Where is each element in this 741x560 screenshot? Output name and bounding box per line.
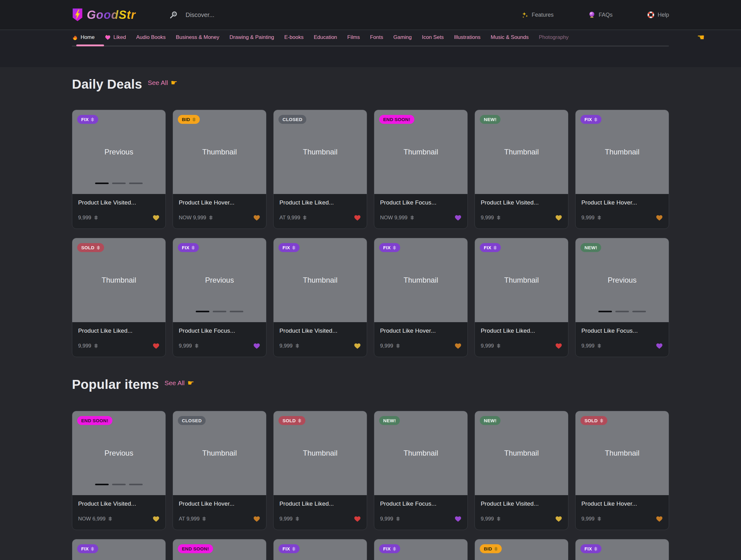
nav-item-e-books[interactable]: E-books bbox=[284, 34, 304, 41]
nav-item-audio-books[interactable]: Audio Books bbox=[136, 34, 165, 41]
product-card[interactable]: NEW! Thumbnail Product Like Focus... 9,9… bbox=[374, 411, 468, 530]
product-card[interactable]: FIX Thumbnail Product Like Hover... 9,99… bbox=[374, 238, 468, 357]
nav-item-icon-sets[interactable]: Icon Sets bbox=[422, 34, 444, 41]
search-field[interactable] bbox=[169, 11, 278, 19]
heart-like-icon[interactable] bbox=[354, 343, 361, 349]
nav-item-drawing-painting[interactable]: Drawing & Painting bbox=[229, 34, 274, 41]
product-price-text: NOW 6,999 bbox=[78, 516, 106, 522]
nav-item-education[interactable]: Education bbox=[314, 34, 337, 41]
product-card[interactable]: END SOON! Thumbnail Product Like Focus..… bbox=[374, 110, 468, 229]
nav-item-music-sounds[interactable]: Music & Sounds bbox=[491, 34, 529, 41]
product-card[interactable]: SOLD Thumbnail Product Like Liked... 9,9… bbox=[72, 238, 166, 357]
product-card[interactable]: FIX bbox=[273, 539, 367, 560]
heart-like-icon[interactable] bbox=[253, 343, 260, 349]
see-all-link[interactable]: See All ☛ bbox=[148, 78, 177, 87]
product-card[interactable]: FIX Thumbnail Product Like Hover... 9,99… bbox=[575, 110, 669, 229]
carousel-dash[interactable] bbox=[213, 311, 226, 312]
product-card[interactable]: BID Thumbnail Product Like Hover... NOW … bbox=[173, 110, 266, 229]
product-card[interactable]: BID bbox=[475, 539, 568, 560]
heart-like-icon[interactable] bbox=[152, 343, 160, 349]
heart-like-icon[interactable] bbox=[253, 214, 260, 221]
carousel-dash[interactable] bbox=[196, 311, 209, 312]
point-left-icon[interactable]: ☚ bbox=[697, 33, 704, 42]
product-card[interactable]: FIX Previous Product Like Focus... 9,999 bbox=[173, 238, 266, 357]
status-badge: SOLD bbox=[278, 416, 306, 425]
nav-item-liked[interactable]: Liked bbox=[105, 34, 126, 41]
heart-like-icon[interactable] bbox=[555, 214, 562, 221]
satoshi-icon bbox=[94, 215, 98, 220]
carousel-dash[interactable] bbox=[615, 311, 629, 312]
heart-like-icon[interactable] bbox=[354, 214, 361, 221]
header-link-help[interactable]: Help bbox=[647, 11, 669, 18]
carousel-dash[interactable] bbox=[112, 484, 126, 485]
product-card[interactable]: FIX Thumbnail Product Like Visited... 9,… bbox=[273, 238, 367, 357]
status-badge-label: FIX bbox=[383, 245, 391, 250]
satoshi-icon bbox=[109, 516, 112, 521]
heart-like-icon[interactable] bbox=[656, 515, 663, 522]
status-badge-label: BID bbox=[182, 117, 190, 122]
product-card[interactable]: NEW! Previous Product Like Focus... 9,99… bbox=[575, 238, 669, 357]
nav-item-films[interactable]: Films bbox=[347, 34, 360, 41]
search-input[interactable] bbox=[186, 11, 278, 18]
carousel-dash[interactable] bbox=[632, 311, 646, 312]
product-card[interactable]: SOLD Thumbnail Product Like Liked... 9,9… bbox=[273, 411, 367, 530]
heart-like-icon[interactable] bbox=[555, 343, 562, 349]
nav-items: HomeLikedAudio BooksBusiness & MoneyDraw… bbox=[72, 34, 669, 41]
heart-like-icon[interactable] bbox=[455, 214, 462, 221]
product-price: 9,999 bbox=[380, 343, 400, 349]
nav-item-gaming[interactable]: Gaming bbox=[393, 34, 412, 41]
nav-item-label: Liked bbox=[113, 34, 126, 41]
carousel-dash[interactable] bbox=[112, 183, 126, 184]
thumbnail-placeholder-label: Thumbnail bbox=[504, 276, 539, 285]
satoshi-icon bbox=[594, 117, 597, 122]
heart-like-icon[interactable] bbox=[656, 343, 663, 349]
product-card[interactable]: FIX bbox=[374, 539, 468, 560]
product-card-body: Product Like Focus... 9,999 bbox=[374, 495, 467, 527]
product-card-body: Product Like Focus... 9,999 bbox=[173, 322, 266, 354]
flame-icon bbox=[72, 34, 78, 41]
product-card[interactable]: CLOSED Thumbnail Product Like Hover... A… bbox=[173, 411, 266, 530]
nav-item-fonts[interactable]: Fonts bbox=[370, 34, 383, 41]
product-card-body: Product Like Liked... 9,999 bbox=[274, 495, 367, 527]
satoshi-icon bbox=[292, 246, 295, 250]
heart-like-icon[interactable] bbox=[354, 515, 361, 522]
heart-like-icon[interactable] bbox=[253, 515, 260, 522]
header-link-features[interactable]: Features bbox=[521, 11, 554, 18]
product-card[interactable]: FIX bbox=[575, 539, 669, 560]
product-meta: 9,999 bbox=[481, 343, 562, 349]
carousel-dash[interactable] bbox=[129, 484, 143, 485]
heart-like-icon[interactable] bbox=[555, 515, 562, 522]
nav-item-illustrations[interactable]: Illustrations bbox=[454, 34, 480, 41]
heart-like-icon[interactable] bbox=[656, 214, 663, 221]
product-card[interactable]: NEW! Thumbnail Product Like Visited... 9… bbox=[475, 411, 568, 530]
product-card[interactable]: SOLD Thumbnail Product Like Hover... 9,9… bbox=[575, 411, 669, 530]
brand-logo[interactable]: GoodStr bbox=[72, 8, 136, 22]
product-card[interactable]: NEW! Thumbnail Product Like Visited... 9… bbox=[475, 110, 568, 229]
nav-item-photography[interactable]: Photography bbox=[539, 34, 568, 41]
heart-like-icon[interactable] bbox=[152, 214, 160, 221]
nav-item-label: Icon Sets bbox=[422, 34, 444, 41]
product-thumbnail: FIX Thumbnail bbox=[576, 110, 669, 194]
product-card[interactable]: FIX bbox=[72, 539, 166, 560]
product-card[interactable]: CLOSED Thumbnail Product Like Liked... A… bbox=[273, 110, 367, 229]
product-card[interactable]: END SOON! bbox=[173, 539, 266, 560]
heart-like-icon[interactable] bbox=[152, 515, 160, 522]
nav-item-business-money[interactable]: Business & Money bbox=[176, 34, 219, 41]
product-thumbnail: BID Thumbnail bbox=[173, 110, 266, 194]
header-link-faqs[interactable]: FAQs bbox=[588, 11, 613, 18]
product-card[interactable]: FIX Previous Product Like Visited... 9,9… bbox=[72, 110, 166, 229]
carousel-dash[interactable] bbox=[129, 183, 143, 184]
nav-active-indicator bbox=[76, 45, 104, 46]
carousel-dash[interactable] bbox=[95, 484, 109, 485]
heart-like-icon[interactable] bbox=[455, 343, 462, 349]
carousel-dash[interactable] bbox=[95, 183, 109, 184]
product-card[interactable]: FIX Thumbnail Product Like Liked... 9,99… bbox=[475, 238, 568, 357]
carousel-dash[interactable] bbox=[230, 311, 243, 312]
heart-like-icon[interactable] bbox=[455, 515, 462, 522]
product-card[interactable]: END SOON! Previous Product Like Visited.… bbox=[72, 411, 166, 530]
product-title: Product Like Hover... bbox=[581, 500, 663, 507]
product-thumbnail: NEW! Previous bbox=[576, 238, 669, 322]
see-all-link[interactable]: See All ☛ bbox=[164, 379, 194, 387]
carousel-dash[interactable] bbox=[598, 311, 612, 312]
nav-item-home[interactable]: Home bbox=[72, 34, 94, 41]
